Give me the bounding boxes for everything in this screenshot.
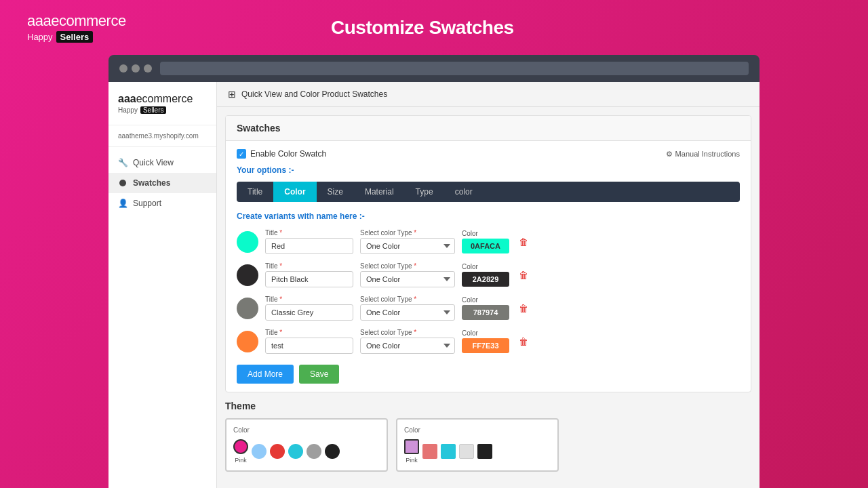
select-color-label-3: Select color Type * [360, 296, 455, 303]
color-type-select-4[interactable]: One Color Two Color [360, 338, 455, 354]
color-badge-group-4: Color FF7E33 [462, 329, 509, 353]
btn-row: Add More Save [237, 365, 740, 384]
brand-logo: aaaecommerce Happy Sellers [27, 12, 126, 43]
delete-icon-4[interactable]: 🗑 [516, 333, 531, 350]
title-label-2: Title * [265, 262, 353, 270]
color-badge-group-1: Color 0AFACA [462, 230, 509, 253]
select-field-group-4: Select color Type * One Color Two Color [360, 329, 455, 354]
color-hex-label-4: Color [462, 329, 509, 337]
user-icon: 👤 [118, 199, 127, 208]
color-row-3: Title * Select color Type * One Color Tw… [237, 296, 740, 321]
sidebar-store-url: aaatheme3.myshopify.com [108, 125, 216, 147]
select-field-group-1: Select color Type * One Color Two Color [360, 229, 455, 254]
swatch-circle-pink[interactable] [233, 439, 248, 454]
theme-card-circle: Color Pink [225, 418, 388, 472]
browser-dots [119, 64, 152, 73]
title-input-4[interactable] [265, 338, 353, 354]
title-label-4: Title * [265, 329, 353, 336]
circle-preview-label: Color [233, 426, 380, 434]
tab-color2[interactable]: color [444, 182, 484, 202]
manual-label: Manual Instructions [675, 150, 740, 158]
title-field-group-3: Title * [265, 296, 353, 321]
main-content: ⊞ Quick View and Color Product Swatches … [217, 82, 760, 488]
brand-tagline: Happy Sellers [27, 31, 126, 43]
delete-icon-2[interactable]: 🗑 [516, 267, 531, 283]
manual-instructions-btn[interactable]: ⚙ Manual Instructions [666, 150, 740, 159]
tab-size[interactable]: Size [317, 182, 354, 202]
select-field-group-2: Select color Type * One Color Two Color [360, 262, 455, 287]
swatch-square-purple[interactable] [404, 439, 419, 454]
delete-icon-1[interactable]: 🗑 [516, 234, 531, 250]
brand-name-bold: aaa [27, 12, 51, 29]
color-row-4: Title * Select color Type * One Color Tw… [237, 329, 740, 354]
circle-swatches-row: Pink [233, 439, 380, 464]
color-badge-4[interactable]: FF7E33 [462, 338, 509, 353]
color-hex-label-2: Color [462, 263, 509, 270]
color-hex-label-1: Color [462, 230, 509, 237]
select-field-group-3: Select color Type * One Color Two Color [360, 296, 455, 321]
swatch-circle-lightblue[interactable] [252, 444, 267, 459]
gear-icon: ⚙ [666, 150, 673, 159]
swatch-circle-teal[interactable] [288, 444, 303, 459]
app-container: aaaecommerce Happy Sellers aaatheme3.mys… [108, 82, 760, 488]
swatches-panel: Swatches Enable Color Swatch ⚙ Manual In… [225, 115, 751, 392]
browser-addressbar [160, 62, 749, 75]
title-label-1: Title * [265, 229, 353, 237]
color-badge-group-3: Color 787974 [462, 296, 509, 320]
color-type-select-2[interactable]: One Color Two Color [360, 271, 455, 287]
title-input-1[interactable] [265, 238, 353, 254]
swatches-panel-title: Swatches [226, 116, 751, 141]
theme-card-square: Color Pink [396, 418, 559, 472]
sidebar: aaaecommerce Happy Sellers aaatheme3.mys… [108, 82, 217, 488]
sidebar-item-quickview[interactable]: 🔧 Quick View [108, 152, 216, 173]
swatch-square-red[interactable] [422, 444, 437, 459]
delete-icon-3[interactable]: 🗑 [516, 300, 531, 317]
brand-name-light: ecommerce [51, 12, 125, 29]
color-type-select-3[interactable]: One Color Two Color [360, 304, 455, 321]
quickview-label: Quick View [133, 158, 174, 167]
swatch-circle-red[interactable] [270, 444, 285, 459]
top-header: aaaecommerce Happy Sellers Customize Swa… [0, 0, 868, 55]
page-title: Customize Swatches [331, 17, 514, 39]
color-circle-3 [237, 298, 258, 319]
color-circle-4 [237, 331, 258, 352]
sidebar-logo-name: aaaecommerce [118, 93, 207, 105]
swatch-square-teal[interactable] [441, 444, 456, 459]
color-badge-2[interactable]: 2A2829 [462, 272, 509, 287]
browser-chrome [108, 55, 760, 82]
tab-type[interactable]: Type [405, 182, 444, 202]
save-button[interactable]: Save [299, 365, 339, 384]
color-badge-3[interactable]: 787974 [462, 305, 509, 320]
enable-label: Enable Color Swatch [250, 149, 326, 159]
tab-title[interactable]: Title [237, 182, 273, 202]
tagline-text: Happy [27, 32, 53, 42]
your-options-label: Your options :- [237, 165, 740, 175]
sidebar-item-swatches[interactable]: Swatches [108, 173, 216, 193]
add-more-button[interactable]: Add More [237, 365, 294, 384]
color-badge-group-2: Color 2A2829 [462, 263, 509, 287]
sidebar-logo: aaaecommerce Happy Sellers [108, 93, 216, 125]
color-badge-1[interactable]: 0AFACA [462, 239, 509, 253]
select-color-label-2: Select color Type * [360, 262, 455, 270]
swatches-body: Enable Color Swatch ⚙ Manual Instruction… [226, 141, 751, 392]
title-field-group-2: Title * [265, 262, 353, 287]
enable-checkbox[interactable] [237, 149, 246, 159]
swatch-square-light[interactable] [459, 444, 474, 459]
swatch-square-black[interactable] [477, 444, 492, 459]
color-row-1: Title * Select color Type * One Color Tw… [237, 229, 740, 254]
color-type-select-1[interactable]: One Color Two Color [360, 238, 455, 254]
dot-2 [132, 64, 140, 73]
title-input-2[interactable] [265, 271, 353, 287]
color-row-2: Title * Select color Type * One Color Tw… [237, 262, 740, 287]
sidebar-item-support[interactable]: 👤 Support [108, 193, 216, 214]
title-input-3[interactable] [265, 304, 353, 321]
title-field-group-4: Title * [265, 329, 353, 354]
select-color-label-1: Select color Type * [360, 229, 455, 237]
swatch-circle-grey[interactable] [307, 444, 321, 459]
tab-material[interactable]: Material [354, 182, 405, 202]
sidebar-tagline-highlight: Sellers [140, 106, 167, 114]
dot-icon [118, 178, 127, 188]
theme-label: Theme [225, 401, 751, 411]
swatch-circle-black[interactable] [325, 444, 340, 459]
tab-color[interactable]: Color [273, 182, 316, 202]
